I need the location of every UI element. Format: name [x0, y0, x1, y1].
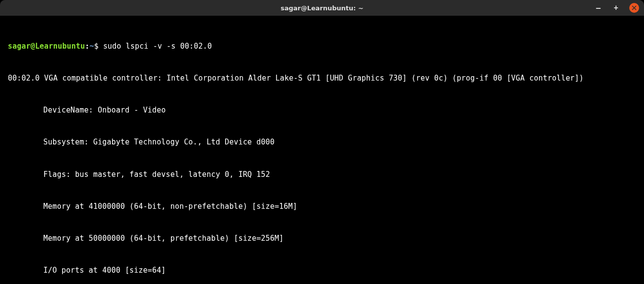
command-1: sudo lspci -v -s 00:02.0 — [103, 42, 212, 51]
output-line: 00:02.0 VGA compatible controller: Intel… — [8, 73, 636, 84]
window-title: sagar@Learnubuntu: ~ — [4, 4, 640, 12]
window-controls: – + — [594, 3, 639, 13]
close-button[interactable] — [629, 3, 639, 13]
prompt-line-1: sagar@Learnubuntu:~$ sudo lspci -v -s 00… — [8, 41, 636, 52]
terminal-body[interactable]: sagar@Learnubuntu:~$ sudo lspci -v -s 00… — [0, 16, 644, 284]
output-line: DeviceName: Onboard - Video — [8, 105, 636, 116]
prompt-colon: : — [85, 42, 89, 51]
terminal-window: sagar@Learnubuntu: ~ – + sagar@Learnubun… — [0, 0, 644, 284]
minimize-button[interactable]: – — [594, 3, 603, 12]
output-line: Memory at 50000000 (64-bit, prefetchable… — [8, 233, 636, 244]
output-line: Memory at 41000000 (64-bit, non-prefetch… — [8, 201, 636, 212]
output-line: Flags: bus master, fast devsel, latency … — [8, 170, 636, 180]
maximize-button[interactable]: + — [612, 3, 620, 12]
titlebar: sagar@Learnubuntu: ~ – + — [0, 0, 644, 16]
close-icon — [632, 5, 637, 10]
prompt-symbol: $ — [94, 42, 98, 51]
output-line: Subsystem: Gigabyte Technology Co., Ltd … — [8, 137, 636, 148]
prompt-user-host: sagar@Learnubuntu — [8, 42, 85, 51]
output-line: I/O ports at 4000 [size=64] — [8, 265, 636, 276]
